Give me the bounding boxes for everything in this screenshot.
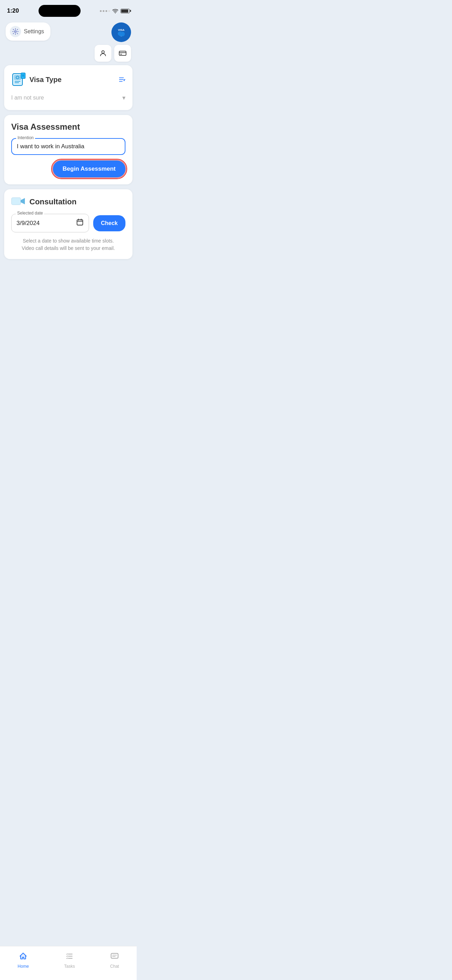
svg-rect-8 xyxy=(120,54,122,55)
svg-rect-15 xyxy=(21,73,25,78)
svg-point-5 xyxy=(102,51,104,53)
battery-icon xyxy=(121,9,130,13)
status-time: 1:20 xyxy=(7,7,19,14)
visa-type-title-row: Visa Type xyxy=(11,72,62,87)
intention-field[interactable]: Intention xyxy=(11,138,126,155)
signal-icon xyxy=(100,10,110,12)
assessment-title: Visa Assessment xyxy=(11,122,126,132)
date-label: Selected date xyxy=(16,211,44,216)
passport-icon xyxy=(11,72,26,87)
begin-assessment-button[interactable]: Begin Assessment xyxy=(53,161,126,177)
settings-icon xyxy=(10,26,21,37)
consultation-hint: Select a date to show available time slo… xyxy=(11,237,126,252)
svg-point-0 xyxy=(115,13,116,13)
hint-line-2: Video call details will be sent to your … xyxy=(22,245,115,251)
visa-type-placeholder: I am not sure xyxy=(11,95,44,101)
date-row: Selected date 3/9/2024 Check xyxy=(11,214,126,232)
svg-rect-11 xyxy=(14,75,21,80)
visa-type-card-header: Visa Type xyxy=(11,72,126,87)
hint-line-1: Select a date to show available time slo… xyxy=(23,238,114,243)
visa-type-title: Visa Type xyxy=(29,76,62,84)
svg-point-1 xyxy=(15,31,16,33)
dynamic-island xyxy=(38,5,81,17)
intention-label: Intention xyxy=(16,135,35,140)
card-button[interactable] xyxy=(114,45,131,62)
header-area: Settings VISA . xyxy=(0,20,137,65)
status-icons xyxy=(100,8,130,13)
settings-label: Settings xyxy=(24,29,44,35)
svg-rect-23 xyxy=(77,220,83,225)
begin-btn-wrapper: Begin Assessment xyxy=(11,161,126,177)
intention-input[interactable] xyxy=(17,143,120,150)
icon-buttons xyxy=(95,45,131,62)
edit-icon[interactable] xyxy=(119,77,126,82)
wifi-icon xyxy=(112,8,118,13)
check-button[interactable]: Check xyxy=(93,215,126,231)
visa-type-card: Visa Type I am not sure ▾ xyxy=(4,65,132,110)
svg-text:.: . xyxy=(121,34,122,37)
svg-rect-22 xyxy=(11,198,21,205)
svg-text:VISA: VISA xyxy=(118,29,125,32)
status-bar: 1:20 xyxy=(0,0,137,20)
consultation-title-row: Consultation xyxy=(11,196,126,207)
consultation-title: Consultation xyxy=(29,197,76,207)
date-value: 3/9/2024 xyxy=(16,220,40,227)
settings-button[interactable]: Settings xyxy=(6,22,51,41)
visa-type-select[interactable]: I am not sure ▾ xyxy=(11,92,126,103)
header-right: VISA . xyxy=(95,22,131,62)
svg-rect-6 xyxy=(119,51,126,56)
visa-assessment-card: Visa Assessment Intention Begin Assessme… xyxy=(4,115,132,185)
chevron-down-icon: ▾ xyxy=(122,94,126,102)
calendar-icon xyxy=(76,218,84,228)
video-camera-icon xyxy=(11,196,26,207)
visa-logo: VISA . xyxy=(111,22,131,42)
date-field[interactable]: Selected date 3/9/2024 xyxy=(11,214,89,232)
user-button[interactable] xyxy=(95,45,111,62)
consultation-card: Consultation Selected date 3/9/2024 Chec… xyxy=(4,189,132,259)
